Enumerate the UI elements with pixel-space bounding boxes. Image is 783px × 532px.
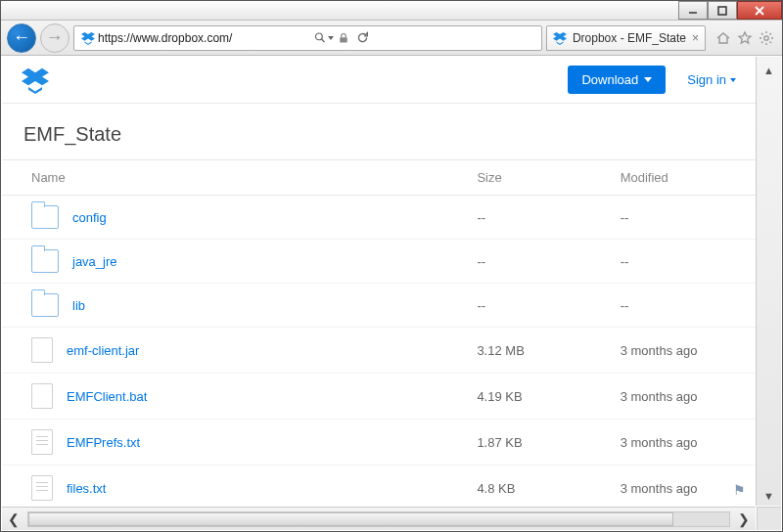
file-icon [31, 429, 53, 455]
file-icon [31, 337, 53, 363]
signin-label: Sign in [687, 72, 726, 87]
scroll-down-icon[interactable]: ▼ [760, 486, 779, 506]
url-rest [232, 31, 313, 45]
search-icon[interactable] [314, 28, 334, 48]
table-row[interactable]: EMFClient.bat4.19 KB3 months ago [2, 374, 756, 420]
file-name-link[interactable]: java_jre [72, 254, 117, 269]
dropbox-logo-icon[interactable] [22, 66, 49, 94]
flag-icon[interactable]: ⚑ [733, 482, 746, 498]
file-modified: -- [613, 196, 756, 240]
file-size: 4.8 KB [469, 466, 612, 507]
column-name[interactable]: Name [2, 160, 469, 196]
back-button[interactable]: ← [7, 23, 36, 53]
file-modified: -- [613, 240, 756, 284]
svg-rect-1 [718, 7, 726, 15]
file-name-link[interactable]: files.txt [67, 481, 106, 496]
folder-icon [31, 205, 59, 229]
file-modified: 3 months ago [613, 374, 756, 420]
vertical-scrollbar[interactable]: ▲ ▼ [756, 57, 781, 506]
file-table: Name Size Modified config----java_jre---… [2, 159, 756, 506]
scrollbar-track[interactable] [27, 511, 730, 527]
table-row[interactable]: emf-client.jar3.12 MB3 months ago [2, 328, 756, 374]
file-modified: 3 months ago [613, 328, 756, 374]
table-row[interactable]: EMFPrefs.txt1.87 KB3 months ago [2, 420, 756, 466]
file-size: 3.12 MB [469, 328, 612, 374]
file-size: -- [469, 196, 612, 240]
address-bar[interactable]: https://www.dropbox.com/ [73, 25, 542, 51]
scroll-up-icon[interactable]: ▲ [760, 61, 779, 80]
dropbox-favicon [78, 28, 98, 48]
page-viewport: Download Sign in EMF_State Name Size Mod… [2, 57, 756, 506]
dropbox-topbar: Download Sign in [2, 57, 756, 104]
browser-tab[interactable]: Dropbox - EMF_State × [546, 25, 706, 51]
column-size[interactable]: Size [469, 160, 612, 196]
file-size: 4.19 KB [469, 374, 612, 420]
close-button[interactable] [737, 1, 782, 20]
caret-down-icon [730, 78, 736, 82]
caret-down-icon [644, 77, 652, 82]
home-icon[interactable] [714, 28, 733, 48]
file-size: -- [469, 240, 612, 284]
browser-toolbar: ← ← https://www.dropbox.com/ Dropbox - E… [1, 21, 782, 56]
file-name-link[interactable]: EMFPrefs.txt [67, 435, 140, 450]
svg-rect-6 [340, 37, 347, 42]
file-size: -- [469, 284, 612, 328]
column-modified[interactable]: Modified [613, 160, 756, 196]
file-name-link[interactable]: lib [72, 298, 85, 313]
scroll-right-icon[interactable]: ❯ [732, 508, 756, 530]
tools-icon[interactable] [757, 28, 776, 48]
tab-title: Dropbox - EMF_State [573, 31, 686, 45]
svg-line-5 [321, 39, 324, 42]
svg-point-4 [315, 33, 322, 40]
scrollbar-thumb[interactable] [28, 512, 673, 526]
table-row[interactable]: java_jre---- [2, 240, 756, 284]
minimize-button[interactable] [678, 1, 708, 20]
dropbox-favicon [553, 31, 567, 45]
favorites-icon[interactable] [735, 28, 755, 48]
folder-icon [31, 293, 59, 317]
file-size: 1.87 KB [469, 420, 612, 466]
horizontal-scrollbar[interactable]: ❮ ❯ [2, 507, 756, 530]
url-scheme: https:// [98, 31, 133, 45]
refresh-icon[interactable] [353, 28, 373, 48]
signin-link[interactable]: Sign in [687, 72, 736, 87]
file-modified: 3 months ago [613, 420, 756, 466]
close-tab-icon[interactable]: × [692, 31, 699, 45]
download-button-label: Download [581, 72, 638, 87]
page-title: EMF_State [2, 104, 756, 159]
folder-icon [31, 249, 59, 273]
file-icon [31, 383, 53, 409]
forward-button[interactable]: ← [40, 23, 69, 53]
file-name-link[interactable]: config [72, 210, 107, 225]
lock-icon [334, 28, 353, 48]
scrollbar-corner [757, 507, 781, 530]
file-name-link[interactable]: emf-client.jar [67, 343, 139, 358]
file-name-link[interactable]: EMFClient.bat [67, 389, 147, 404]
scroll-left-icon[interactable]: ❮ [2, 508, 25, 530]
url-host: www.dropbox.com/ [133, 31, 232, 45]
svg-point-7 [764, 35, 768, 39]
download-button[interactable]: Download [568, 66, 666, 94]
table-row[interactable]: config---- [2, 196, 756, 240]
table-row[interactable]: lib---- [2, 284, 756, 328]
file-icon [31, 475, 53, 501]
table-row[interactable]: files.txt4.8 KB3 months ago [2, 466, 756, 507]
file-modified: -- [613, 284, 756, 328]
window-titlebar [1, 1, 782, 21]
maximize-button[interactable] [708, 1, 737, 20]
